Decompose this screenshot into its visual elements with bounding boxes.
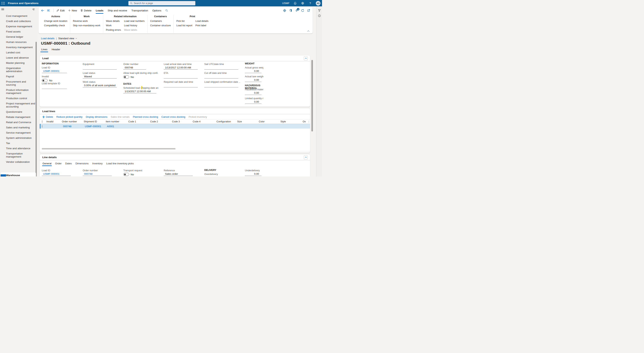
sidebar-item-system-administration[interactable]: System administration bbox=[6, 135, 36, 140]
toolbar-planned-cross-docking[interactable]: Planned cross docking bbox=[133, 116, 158, 118]
refresh-icon[interactable] bbox=[301, 9, 304, 12]
menu-item-load-list-report[interactable]: Load list report bbox=[176, 24, 192, 27]
column-header-configuration[interactable]: Configuration bbox=[216, 120, 236, 123]
toolbar-display-dimensions[interactable]: Display dimensions bbox=[86, 116, 108, 118]
new-button[interactable]: New bbox=[68, 9, 77, 12]
open-in-new-icon[interactable] bbox=[307, 9, 310, 12]
toolbar-reduce-picked-quantity[interactable]: Reduce picked quantity bbox=[56, 116, 82, 118]
radio-icon[interactable] bbox=[42, 120, 42, 123]
sidebar-item-inventory-management[interactable]: Inventory management bbox=[6, 45, 36, 50]
menu-item-compatibility-check[interactable]: Compatibility check bbox=[44, 24, 67, 27]
field-value[interactable]: USMF-000001 bbox=[42, 172, 71, 176]
help-icon[interactable]: ? bbox=[308, 1, 312, 5]
actionpane-tab-options[interactable]: Options bbox=[152, 7, 162, 14]
column-header-size[interactable]: Size bbox=[236, 120, 258, 123]
tab-lines[interactable]: Lines bbox=[41, 48, 47, 52]
column-header-order-number[interactable]: Order number bbox=[61, 120, 83, 123]
menu-item-work[interactable]: Work bbox=[106, 24, 121, 27]
column-header-invalid[interactable]: Invalid bbox=[46, 120, 61, 123]
column-header-code-3[interactable]: Code 3 bbox=[171, 120, 192, 123]
toggle-switch[interactable] bbox=[42, 79, 48, 82]
menu-item-change-work-location[interactable]: Change work location bbox=[44, 20, 67, 22]
actionpane-tab-transportation[interactable]: Transportation bbox=[132, 7, 148, 14]
menu-item-load-seal-numbers[interactable]: Load seal numbers bbox=[124, 20, 144, 22]
sidebar-item-time-and-attendance[interactable]: Time and attendance bbox=[6, 146, 36, 151]
app-launcher-waffle-icon[interactable] bbox=[0, 0, 6, 6]
menu-item-posting-errors[interactable]: Posting errors bbox=[106, 28, 121, 32]
column-header-style[interactable]: Style bbox=[280, 120, 302, 123]
sidebar-unpin-icon[interactable] bbox=[32, 8, 35, 11]
office-icon[interactable] bbox=[289, 9, 292, 12]
actionpane-tab-loads[interactable]: Loads bbox=[96, 7, 104, 14]
sidebar-item-human-resources[interactable]: Human resources bbox=[6, 40, 36, 45]
sidebar-item-organization-administration[interactable]: Organization administration bbox=[6, 66, 36, 74]
actionpane-search-icon[interactable] bbox=[165, 9, 168, 12]
table-row[interactable]: 000748USMF-000001A0001 bbox=[40, 124, 310, 128]
filter-icon[interactable] bbox=[316, 8, 322, 13]
sidebar-scrollbar[interactable] bbox=[36, 42, 37, 176]
actionpane-tab-ship-and-receive[interactable]: Ship and receive bbox=[108, 7, 127, 14]
back-icon[interactable] bbox=[41, 9, 44, 12]
sidebar-item-product-information-management[interactable]: Product information management bbox=[6, 88, 36, 96]
link-item-number[interactable]: A0001 bbox=[106, 125, 114, 128]
info-icon[interactable] bbox=[316, 13, 322, 18]
sidebar-item-rebate-management[interactable]: Rebate management bbox=[6, 114, 36, 120]
sidebar-item-general-ledger[interactable]: General ledger bbox=[6, 34, 36, 40]
linedetails-tab-inventory[interactable]: Inventory bbox=[92, 162, 102, 166]
sidebar-item-landed-cost[interactable]: Landed cost bbox=[6, 50, 36, 55]
link-order-number[interactable]: 000748 bbox=[62, 125, 71, 128]
bell-icon[interactable] bbox=[293, 1, 297, 5]
sidebar-item-vendor-collaboration[interactable]: Vendor collaboration bbox=[6, 159, 36, 164]
breadcrumb[interactable]: Load details bbox=[41, 37, 54, 40]
menu-item-pick-list[interactable]: Pick list bbox=[176, 20, 192, 22]
sidebar-item-transportation-management[interactable]: Transportation management bbox=[6, 151, 36, 159]
more-options-icon[interactable]: ⋮ bbox=[308, 121, 311, 122]
row-radio[interactable] bbox=[40, 125, 46, 128]
radio-icon[interactable] bbox=[42, 125, 42, 128]
column-header-code-1[interactable]: Code 1 bbox=[128, 120, 150, 123]
view-selector[interactable]: Standard view bbox=[58, 37, 77, 40]
menu-item-reverse-work[interactable]: Reverse work bbox=[73, 20, 100, 22]
linedetails-tab-dates[interactable]: Dates bbox=[65, 162, 72, 166]
field-value[interactable]: 000748 bbox=[83, 172, 112, 176]
optimize-icon[interactable] bbox=[283, 9, 286, 12]
link-shipment-id[interactable]: USMF-000001 bbox=[84, 125, 101, 128]
column-header-code-4[interactable]: Code 4 bbox=[192, 120, 216, 123]
linedetails-tab-general[interactable]: General bbox=[42, 162, 52, 166]
linedetails-tab-order[interactable]: Order bbox=[55, 162, 62, 166]
column-header-code-2[interactable]: Code 2 bbox=[150, 120, 171, 123]
sidebar-hamburger-icon[interactable] bbox=[1, 8, 5, 11]
sidebar-item-questionnaire[interactable]: Questionnaire bbox=[6, 109, 36, 114]
menu-item-containers[interactable]: Containers bbox=[150, 20, 171, 22]
line-details-collapse-icon[interactable] bbox=[304, 156, 308, 159]
select-all-radio[interactable] bbox=[40, 120, 46, 123]
toolbar-cancel-cross-docking[interactable]: Cancel cross docking bbox=[162, 116, 185, 118]
company-selector[interactable]: USMF bbox=[282, 2, 290, 5]
sidebar-item-sales-and-marketing[interactable]: Sales and marketing bbox=[6, 125, 36, 130]
tab-header[interactable]: Header bbox=[52, 48, 60, 52]
sidebar-item-leave-and-absence[interactable]: Leave and absence bbox=[6, 55, 36, 60]
attachments-icon[interactable]: 0 bbox=[295, 9, 298, 12]
sidebar-item-cost-management[interactable]: Cost management bbox=[6, 13, 36, 18]
sidebar-item-expense-management[interactable]: Expense management bbox=[6, 24, 36, 29]
user-avatar[interactable]: AD bbox=[316, 1, 320, 6]
sidebar-item-procurement-and-sourcing[interactable]: Procurement and sourcing bbox=[6, 79, 36, 88]
toggle-switch[interactable] bbox=[123, 173, 129, 176]
sidebar-item-project-management-and-accounting[interactable]: Project management and accounting bbox=[6, 101, 36, 109]
sidebar-item-tax[interactable]: Tax bbox=[6, 140, 36, 146]
column-header-item-number[interactable]: Item number bbox=[105, 120, 128, 123]
column-header-ov[interactable]: Ov bbox=[302, 120, 308, 123]
grid-horizontal-scrollbar[interactable] bbox=[42, 148, 176, 150]
nav-list-icon[interactable] bbox=[47, 9, 50, 12]
linedetails-tab-load-line-inventory-picks[interactable]: Load line inventory picks bbox=[106, 162, 134, 166]
sidebar-item-payroll[interactable]: Payroll bbox=[6, 74, 36, 79]
menu-item-wave-details[interactable]: Wave details bbox=[106, 20, 121, 22]
sidebar-item-credit-and-collections[interactable]: Credit and collections bbox=[6, 18, 36, 24]
gear-icon[interactable] bbox=[301, 1, 304, 5]
global-search-input[interactable]: Search for a page bbox=[128, 1, 196, 6]
toolbar-delete[interactable]: Delete bbox=[42, 116, 53, 118]
field-value[interactable]: USMF-000001 bbox=[42, 70, 67, 73]
content-vertical-scrollbar[interactable] bbox=[311, 60, 313, 132]
menu-item-print-label[interactable]: Print label bbox=[196, 24, 208, 27]
menu-item-skip-non-mandatory-work[interactable]: Skip non-mandatory work bbox=[73, 24, 100, 27]
